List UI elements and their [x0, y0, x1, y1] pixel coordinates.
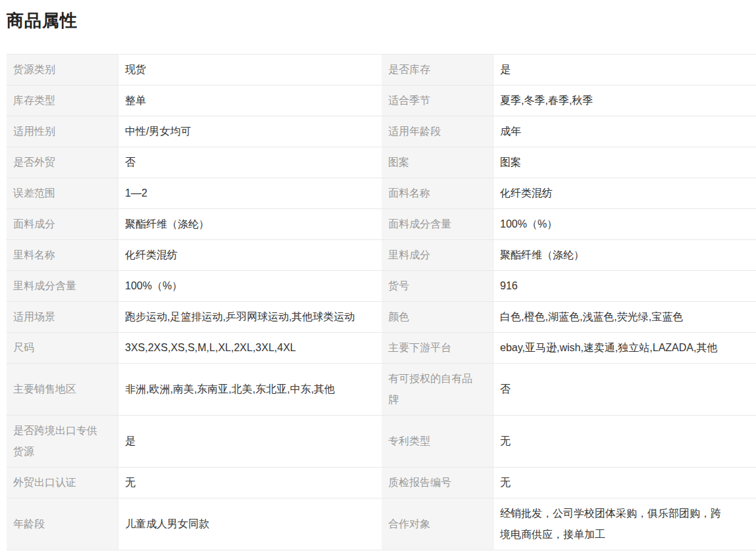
attr-label: 库存类型 — [7, 85, 118, 116]
attr-value: 916 — [493, 271, 756, 301]
attr-value: 跑步运动,足篮排运动,乒羽网球运动,其他球类运动 — [118, 302, 382, 332]
attr-value: 100%（%） — [118, 271, 382, 301]
attr-label: 适用场景 — [7, 302, 118, 332]
attr-label: 里料成分 — [382, 240, 493, 270]
attr-label: 是否外贸 — [7, 147, 118, 178]
attr-label: 质检报告编号 — [382, 468, 493, 498]
attr-label: 是否跨境出口专供货源 — [7, 416, 118, 467]
table-row: 库存类型 整单 适合季节 夏季,冬季,春季,秋季 — [7, 85, 756, 116]
table-row: 误差范围 1—2 面料名称 化纤类混纺 — [7, 178, 756, 209]
attr-label: 适用性别 — [7, 116, 118, 147]
attr-label: 有可授权的自有品牌 — [382, 364, 493, 415]
page-title: 商品属性 — [7, 9, 756, 32]
attr-value: ebay,亚马逊,wish,速卖通,独立站,LAZADA,其他 — [493, 333, 756, 363]
attr-value: 化纤类混纺 — [493, 178, 756, 208]
attr-label: 货源类别 — [7, 55, 118, 85]
attr-label: 面料名称 — [382, 178, 493, 208]
attr-label: 年龄段 — [7, 498, 118, 550]
attr-value: 是 — [493, 55, 756, 85]
table-row: 面料成分 聚酯纤维（涤纶） 面料成分含量 100%（%） — [7, 209, 756, 240]
attr-label: 专利类型 — [382, 416, 493, 467]
attr-label: 合作对象 — [382, 498, 493, 550]
attributes-table: 货源类别 现货 是否库存 是 库存类型 整单 适合季节 夏季,冬季,春季,秋季 … — [7, 54, 756, 550]
attr-label: 误差范围 — [7, 178, 118, 208]
attr-value: 非洲,欧洲,南美,东南亚,北美,东北亚,中东,其他 — [118, 364, 382, 415]
table-row: 主要销售地区 非洲,欧洲,南美,东南亚,北美,东北亚,中东,其他 有可授权的自有… — [7, 364, 756, 416]
attr-value: 图案 — [493, 147, 756, 178]
attr-value: 整单 — [118, 85, 382, 116]
attr-value: 无 — [493, 468, 756, 498]
table-row: 适用场景 跑步运动,足篮排运动,乒羽网球运动,其他球类运动 颜色 白色,橙色,湖… — [7, 302, 756, 333]
attr-label: 主要销售地区 — [7, 364, 118, 415]
attr-value: 聚酯纤维（涤纶） — [118, 209, 382, 239]
attr-value: 现货 — [118, 55, 382, 85]
attr-label: 尺码 — [7, 333, 118, 363]
attr-label: 外贸出口认证 — [7, 468, 118, 498]
table-row: 外贸出口认证 无 质检报告编号 无 — [7, 468, 756, 498]
attr-value: 3XS,2XS,XS,S,M,L,XL,2XL,3XL,4XL — [118, 333, 382, 363]
attr-value: 无 — [493, 416, 756, 467]
attr-value: 儿童成人男女同款 — [118, 498, 382, 550]
attr-value: 经销批发，公司学校团体采购，俱乐部团购，跨境电商供应，接单加工 — [493, 498, 756, 550]
attr-value: 是 — [118, 416, 382, 467]
attr-value: 1—2 — [118, 178, 382, 208]
attr-label: 里料成分含量 — [7, 271, 118, 301]
table-row: 货源类别 现货 是否库存 是 — [7, 55, 756, 85]
table-row: 尺码 3XS,2XS,XS,S,M,L,XL,2XL,3XL,4XL 主要下游平… — [7, 333, 756, 364]
table-row: 适用性别 中性/男女均可 适用年龄段 成年 — [7, 116, 756, 147]
attr-value: 白色,橙色,湖蓝色,浅蓝色,荧光绿,宝蓝色 — [493, 302, 756, 332]
attr-label: 是否库存 — [382, 55, 493, 85]
table-row: 年龄段 儿童成人男女同款 合作对象 经销批发，公司学校团体采购，俱乐部团购，跨境… — [7, 498, 756, 550]
table-row: 里料成分含量 100%（%） 货号 916 — [7, 271, 756, 302]
attr-value: 成年 — [493, 116, 756, 147]
attr-value: 无 — [118, 468, 382, 498]
attr-value: 否 — [118, 147, 382, 178]
attr-value: 100%（%） — [493, 209, 756, 239]
attr-label: 适用年龄段 — [382, 116, 493, 147]
attr-label: 适合季节 — [382, 85, 493, 116]
attr-label: 颜色 — [382, 302, 493, 332]
attr-value: 聚酯纤维（涤纶） — [493, 240, 756, 270]
table-row: 是否外贸 否 图案 图案 — [7, 147, 756, 178]
attr-value: 否 — [493, 364, 756, 415]
attr-label: 里料名称 — [7, 240, 118, 270]
table-row: 里料名称 化纤类混纺 里料成分 聚酯纤维（涤纶） — [7, 240, 756, 271]
attr-value: 化纤类混纺 — [118, 240, 382, 270]
attr-label: 图案 — [382, 147, 493, 178]
table-row: 是否跨境出口专供货源 是 专利类型 无 — [7, 416, 756, 468]
attr-value: 中性/男女均可 — [118, 116, 382, 147]
attr-label: 货号 — [382, 271, 493, 301]
attr-label: 面料成分含量 — [382, 209, 493, 239]
product-attributes-page: 商品属性 货源类别 现货 是否库存 是 库存类型 整单 适合季节 夏季,冬季,春… — [0, 0, 756, 557]
attr-label: 主要下游平台 — [382, 333, 493, 363]
attr-label: 面料成分 — [7, 209, 118, 239]
attr-value: 夏季,冬季,春季,秋季 — [493, 85, 756, 116]
